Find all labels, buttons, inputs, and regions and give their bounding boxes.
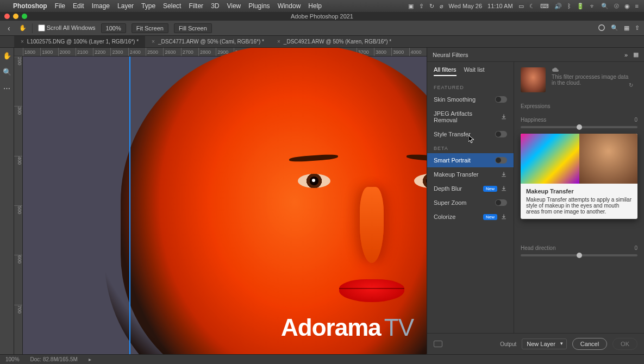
menu-date[interactable]: Wed May 26 (449, 3, 483, 9)
app-menu[interactable]: Photoshop (13, 2, 47, 10)
menu-help[interactable]: Help (308, 2, 322, 10)
display-icon[interactable]: ▭ (518, 3, 524, 10)
menu-layer[interactable]: Layer (117, 2, 134, 10)
toggle-switch[interactable] (495, 131, 507, 137)
filter-makeup-transfer[interactable]: Makeup Transfer (427, 167, 514, 181)
filters-list: All filters Wait list Featured Skin Smoo… (427, 62, 514, 333)
bluetooth-icon[interactable]: ᛒ (567, 3, 571, 9)
toggle-switch[interactable] (495, 199, 507, 206)
keyboard-icon[interactable]: ⌨ (540, 3, 549, 10)
section-beta: Beta (427, 141, 514, 153)
filter-skin-smoothing[interactable]: Skin Smoothing (427, 92, 514, 106)
dropbox-icon[interactable]: ⇪ (419, 3, 424, 10)
close-tab-icon[interactable]: × (277, 39, 280, 45)
minimize-window-icon[interactable] (13, 14, 18, 19)
download-icon[interactable] (501, 171, 507, 178)
menu-type[interactable]: Type (141, 2, 155, 10)
siri-icon[interactable]: ◉ (624, 3, 630, 10)
panel-thumbnail-icon[interactable]: ▦ (633, 51, 639, 58)
filter-label: Smart Portrait (434, 157, 492, 164)
filter-super-zoom[interactable]: Super Zoom (427, 196, 514, 210)
guide-vertical[interactable] (129, 57, 130, 354)
panel-collapse-icon[interactable]: » (624, 52, 628, 58)
workspace-icon[interactable]: ▦ (624, 24, 629, 32)
filter-colorize[interactable]: Colorize New (427, 210, 514, 224)
menu-image[interactable]: Image (92, 2, 110, 10)
tab-all-filters[interactable]: All filters (434, 66, 457, 76)
happiness-slider[interactable] (521, 126, 637, 128)
section-featured: Featured (427, 80, 514, 92)
refresh-icon[interactable]: ↻ (629, 82, 633, 88)
options-bar: ‹ ✋ Scroll All Windows 100% Fit Screen F… (0, 21, 644, 36)
maximize-window-icon[interactable] (22, 14, 27, 19)
toggle-switch[interactable] (495, 96, 507, 103)
cloud-icon (552, 67, 559, 73)
share-icon[interactable]: ⇧ (635, 24, 640, 32)
filter-smart-portrait[interactable]: Smart Portrait (427, 153, 514, 167)
download-icon[interactable] (501, 185, 507, 192)
ruler-vertical[interactable]: 200300400500600700 (14, 57, 23, 354)
menu-file[interactable]: File (55, 2, 65, 10)
canvas-area: 1800190020002100220023002400250026002700… (14, 48, 427, 354)
menu-edit[interactable]: Edit (73, 2, 84, 10)
hand-tool-icon[interactable]: ✋ (19, 24, 27, 32)
close-tab-icon[interactable]: × (152, 39, 155, 45)
menu-view[interactable]: View (227, 2, 241, 10)
preview-toggle-icon[interactable] (434, 341, 442, 347)
document-tab[interactable]: × L1002575.DNG @ 100% (Layer 1, RGB/16*)… (14, 36, 145, 47)
download-icon[interactable] (501, 114, 507, 120)
filter-jpeg-artifacts[interactable]: JPEG Artifacts Removal (427, 106, 514, 127)
search-icon[interactable]: 🔍 (601, 3, 609, 10)
volume-icon[interactable]: 🔊 (554, 3, 562, 10)
cloud-docs-icon[interactable] (598, 24, 605, 33)
home-back-icon[interactable]: ‹ (4, 24, 14, 33)
screencast-icon[interactable]: ▣ (408, 3, 414, 10)
wifi-icon[interactable]: ᯤ (590, 3, 596, 9)
scroll-all-windows-checkbox[interactable]: Scroll All Windows (38, 24, 96, 32)
cancel-button[interactable]: Cancel (572, 338, 607, 350)
panel-title: Neural Filters (433, 52, 468, 58)
fit-screen-button[interactable]: Fit Screen (132, 23, 168, 33)
search-app-icon[interactable]: 🔍 (611, 24, 618, 32)
filter-depth-blur[interactable]: Depth Blur New (427, 181, 514, 196)
toggle-switch[interactable] (495, 157, 507, 164)
cloud-icon[interactable]: ⌀ (440, 3, 443, 10)
menu-plugins[interactable]: Plugins (248, 2, 270, 10)
ok-button[interactable]: OK (612, 338, 637, 350)
output-select[interactable]: New Layer (522, 338, 567, 349)
download-icon[interactable] (501, 214, 507, 220)
battery-icon[interactable]: 🔋 (577, 3, 584, 10)
mac-menu-bar[interactable]: Photoshop File Edit Image Layer Type Sel… (0, 0, 644, 12)
menu-3d[interactable]: 3D (211, 2, 219, 10)
filter-label: Makeup Transfer (434, 171, 497, 178)
document-tab[interactable]: × _DSC4771.ARW @ 50% (Cami, RGB/16*) * (145, 36, 271, 47)
detected-face-thumbnail[interactable] (521, 67, 546, 92)
hand-tool-icon[interactable]: ✋ (2, 50, 12, 61)
zoom-tool-icon[interactable]: 🔍 (2, 66, 12, 77)
head-direction-slider[interactable] (521, 254, 637, 256)
document-tab[interactable]: × _DSC4921.ARW @ 50% (Karen, RGB/16*) * (271, 36, 398, 47)
filter-label: Depth Blur (434, 185, 480, 192)
status-doc-size[interactable]: Doc: 82.8M/165.5M (30, 356, 78, 362)
close-tab-icon[interactable]: × (21, 39, 24, 45)
control-center-icon[interactable]: ⦾ (614, 3, 619, 10)
tooltip-preview-image (521, 134, 579, 184)
more-tools-icon[interactable]: ⋯ (2, 83, 12, 93)
menu-select[interactable]: Select (163, 2, 181, 10)
notifications-icon[interactable]: ≡ (635, 3, 639, 9)
document-canvas[interactable]: AdoramaTV (23, 57, 427, 354)
tab-wait-list[interactable]: Wait list (464, 66, 485, 76)
status-bar: 100% Doc: 82.8M/165.5M ▸ (0, 354, 644, 364)
tooltip-description: Makeup Transfer attempts to apply a simi… (526, 197, 632, 215)
menu-time[interactable]: 11:10 AM (487, 3, 512, 9)
menu-window[interactable]: Window (278, 2, 301, 10)
sync-icon[interactable]: ↻ (429, 3, 434, 10)
close-window-icon[interactable] (4, 14, 10, 19)
status-chevron-icon[interactable]: ▸ (89, 356, 91, 362)
filter-style-transfer[interactable]: Style Transfer (427, 127, 514, 141)
fill-screen-button[interactable]: Fill Screen (174, 23, 212, 33)
moon-icon[interactable]: ☾ (529, 3, 535, 10)
zoom-level-field[interactable]: 100% (101, 23, 126, 33)
status-zoom[interactable]: 100% (5, 356, 20, 362)
menu-filter[interactable]: Filter (189, 2, 203, 10)
